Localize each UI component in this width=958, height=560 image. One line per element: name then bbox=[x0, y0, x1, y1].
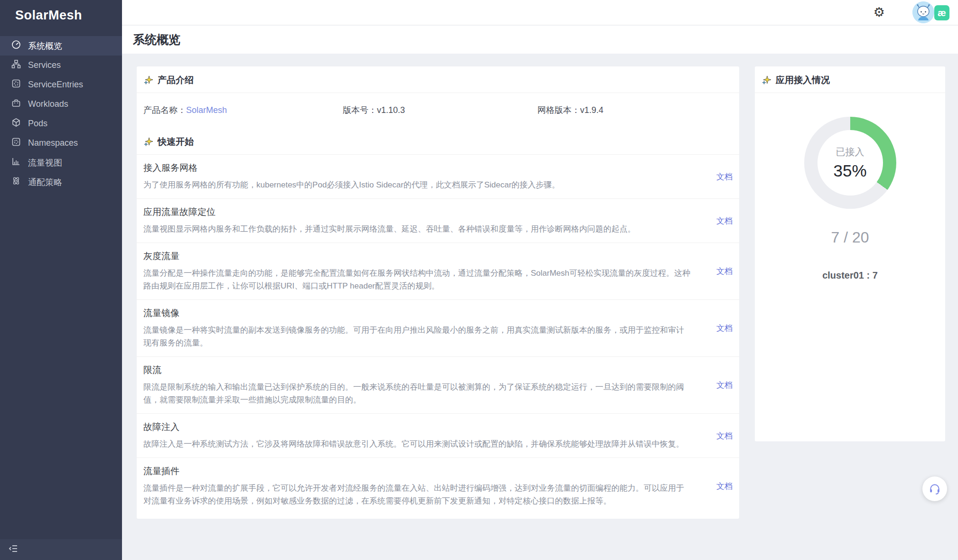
doc-link[interactable]: 文档 bbox=[711, 430, 733, 441]
sidebar-footer bbox=[0, 539, 122, 560]
quickstart-item: 故障注入 故障注入是一种系统测试方法，它涉及将网络故障和错误故意引入系统。它可以… bbox=[137, 414, 739, 458]
services-icon bbox=[11, 59, 21, 71]
sparkles-icon bbox=[761, 75, 772, 85]
sidebar-item-label: 系统概览 bbox=[28, 40, 62, 52]
product-name-field: 产品名称：SolarMesh bbox=[143, 104, 343, 116]
pods-icon bbox=[11, 118, 21, 130]
headset-icon bbox=[929, 483, 941, 495]
field-label: 版本号： bbox=[343, 105, 377, 115]
sidebar-item-pods[interactable]: Pods bbox=[0, 114, 122, 133]
field-value: v1.9.4 bbox=[580, 105, 603, 115]
section-title: 应用接入情况 bbox=[776, 74, 830, 86]
quickstart-item: 限流 限流是限制系统的输入和输出流量已达到保护系统的目的。一般来说系统的吞吐量是… bbox=[137, 357, 739, 414]
sparkles-icon bbox=[143, 137, 154, 147]
doc-link[interactable]: 文档 bbox=[711, 215, 733, 226]
access-donut-chart: 已接入 35% bbox=[804, 117, 896, 209]
service-entries-icon bbox=[11, 79, 21, 91]
field-value: v1.10.3 bbox=[377, 105, 405, 115]
avatar-badge[interactable]: æ bbox=[934, 5, 949, 20]
quickstart-header: 快速开始 bbox=[137, 125, 739, 155]
page-title: 系统概览 bbox=[133, 32, 180, 47]
product-name-link[interactable]: SolarMesh bbox=[186, 105, 227, 115]
sidebar: SolarMesh 系统概览 Services ServiceEntries W… bbox=[0, 0, 122, 560]
doc-link[interactable]: 文档 bbox=[711, 266, 733, 277]
sidebar-item-overview[interactable]: 系统概览 bbox=[0, 36, 122, 56]
donut-center-label: 已接入 bbox=[836, 146, 864, 159]
quickstart-item-title: 流量插件 bbox=[143, 465, 692, 477]
product-version-field: 版本号：v1.10.3 bbox=[343, 104, 537, 116]
product-info-row: 产品名称：SolarMesh 版本号：v1.10.3 网格版本：v1.9.4 bbox=[137, 93, 739, 125]
sidebar-item-workloads[interactable]: Workloads bbox=[0, 94, 122, 114]
quickstart-item-title: 灰度流量 bbox=[143, 250, 692, 262]
sidebar-menu: 系统概览 Services ServiceEntries Workloads P… bbox=[0, 36, 122, 192]
sidebar-item-traffic-view[interactable]: 流量视图 bbox=[0, 153, 122, 172]
doc-link[interactable]: 文档 bbox=[711, 481, 733, 492]
app-logo: SolarMesh bbox=[0, 0, 122, 30]
cluster-count: cluster01 : 7 bbox=[822, 270, 878, 281]
topbar: ⚙ æ bbox=[122, 0, 958, 25]
product-intro-header: 产品介绍 bbox=[137, 66, 739, 93]
access-ratio: 7 / 20 bbox=[831, 229, 869, 246]
quickstart-item-title: 故障注入 bbox=[143, 421, 692, 433]
quickstart-item: 应用流量故障定位 流量视图显示网格内服务和工作负载的拓扑，并通过实时展示网络流量… bbox=[137, 199, 739, 243]
menu-fold-icon[interactable] bbox=[9, 544, 18, 555]
doc-link[interactable]: 文档 bbox=[711, 171, 733, 182]
app-access-card: 应用接入情况 已接入 35% 7 / 20 cluster01 : 7 bbox=[755, 66, 945, 441]
quickstart-item-title: 流量镜像 bbox=[143, 307, 692, 319]
quickstart-item: 流量插件 流量插件是一种对流量的扩展手段，它可以允许开发者对流经服务的流量在入站… bbox=[137, 458, 739, 519]
quickstart-item-desc: 流量镜像是一种将实时流量的副本发送到镜像服务的功能。可用于在向用户推出风险最小的… bbox=[143, 324, 692, 349]
access-chart-area: 已接入 35% 7 / 20 cluster01 : 7 bbox=[755, 93, 945, 281]
quickstart-item: 接入服务网格 为了使用服务网格的所有功能，kubernetes中的Pod必须接入… bbox=[137, 155, 739, 199]
quickstart-item-desc: 为了使用服务网格的所有功能，kubernetes中的Pod必须接入Istio S… bbox=[143, 178, 692, 191]
sidebar-item-label: 通配策略 bbox=[28, 177, 62, 188]
sidebar-item-policy[interactable]: 通配策略 bbox=[0, 172, 122, 192]
quickstart-item-title: 限流 bbox=[143, 364, 692, 376]
sidebar-item-namespaces[interactable]: Namespaces bbox=[0, 133, 122, 153]
namespaces-icon bbox=[11, 137, 21, 149]
donut-percent: 35% bbox=[833, 161, 866, 180]
quickstart-item-title: 接入服务网格 bbox=[143, 162, 692, 174]
sidebar-item-label: Workloads bbox=[28, 99, 68, 109]
dashboard-icon bbox=[11, 40, 21, 52]
quickstart-item-desc: 流量分配是一种操作流量走向的功能，是能够完全配置流量如何在服务网状结构中流动，通… bbox=[143, 267, 692, 292]
sidebar-item-label: ServiceEntries bbox=[28, 80, 83, 90]
traffic-view-icon bbox=[11, 157, 21, 168]
quickstart-item-desc: 故障注入是一种系统测试方法，它涉及将网络故障和错误故意引入系统。它可以用来测试设… bbox=[143, 438, 692, 450]
section-title: 产品介绍 bbox=[158, 74, 194, 86]
sidebar-item-label: Namespaces bbox=[28, 138, 78, 148]
mesh-version-field: 网格版本：v1.9.4 bbox=[537, 104, 733, 116]
quickstart-item: 灰度流量 流量分配是一种操作流量走向的功能，是能够完全配置流量如何在服务网状结构… bbox=[137, 243, 739, 300]
avatar[interactable] bbox=[912, 1, 934, 23]
content-area: 产品介绍 产品名称：SolarMesh 版本号：v1.10.3 网格版本：v1.… bbox=[122, 54, 958, 560]
policy-icon bbox=[11, 176, 21, 188]
section-title: 快速开始 bbox=[158, 136, 194, 148]
app-access-header: 应用接入情况 bbox=[755, 66, 945, 93]
settings-gear-icon[interactable]: ⚙ bbox=[873, 6, 885, 19]
user-avatar-group[interactable]: æ bbox=[912, 1, 949, 23]
sparkles-icon bbox=[143, 75, 154, 85]
doc-link[interactable]: 文档 bbox=[711, 323, 733, 334]
sidebar-item-services[interactable]: Services bbox=[0, 56, 122, 75]
quickstart-item: 流量镜像 流量镜像是一种将实时流量的副本发送到镜像服务的功能。可用于在向用户推出… bbox=[137, 300, 739, 357]
field-label: 产品名称： bbox=[143, 105, 186, 115]
field-label: 网格版本： bbox=[537, 105, 580, 115]
workloads-icon bbox=[11, 98, 21, 110]
quickstart-item-desc: 流量视图显示网格内服务和工作负载的拓扑，并通过实时展示网络流量、延迟、吞吐量、各… bbox=[143, 223, 692, 235]
sidebar-item-label: Pods bbox=[28, 119, 47, 129]
sidebar-item-label: 流量视图 bbox=[28, 157, 62, 168]
quickstart-item-desc: 流量插件是一种对流量的扩展手段，它可以允许开发者对流经服务的流量在入站、出站时进… bbox=[143, 482, 692, 507]
sidebar-item-label: Services bbox=[28, 60, 61, 70]
support-fab[interactable] bbox=[922, 476, 947, 501]
title-bar: 系统概览 bbox=[122, 26, 958, 54]
overview-card: 产品介绍 产品名称：SolarMesh 版本号：v1.10.3 网格版本：v1.… bbox=[137, 66, 739, 519]
doc-link[interactable]: 文档 bbox=[711, 380, 733, 391]
quickstart-item-title: 应用流量故障定位 bbox=[143, 206, 692, 218]
sidebar-item-serviceentries[interactable]: ServiceEntries bbox=[0, 75, 122, 94]
quickstart-item-desc: 限流是限制系统的输入和输出流量已达到保护系统的目的。一般来说系统的吞吐量是可以被… bbox=[143, 381, 692, 406]
